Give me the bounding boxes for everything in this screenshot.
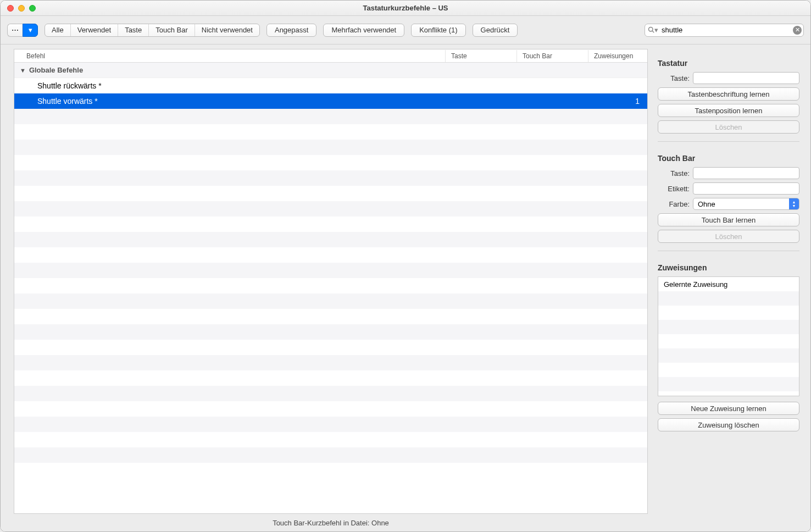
learn-touchbar-button[interactable]: Touch Bar lernen [658, 213, 799, 226]
table-row-empty [14, 217, 647, 232]
table-row-empty [14, 232, 647, 247]
table-row-empty [14, 263, 647, 278]
assignments-list[interactable]: Gelernte Zuweisung [658, 276, 799, 396]
touchbar-farbe-label: Farbe: [658, 200, 690, 208]
overflow-menu-button[interactable]: ⋯ [7, 24, 23, 37]
table-row-empty [14, 386, 647, 401]
table-row-empty [14, 124, 647, 140]
table-row-empty [14, 247, 647, 263]
zoom-window-button[interactable] [29, 5, 36, 12]
dropdown-button[interactable]: ▾ [23, 24, 38, 37]
disclosure-triangle-icon: ▼ [20, 67, 26, 74]
seg-taste[interactable]: Taste [118, 24, 149, 36]
window-title: Tastaturkurzbefehle – US [1, 4, 810, 12]
section-assignments-title: Zuweisungen [658, 263, 799, 272]
close-window-button[interactable] [7, 5, 14, 12]
table-row-empty [14, 417, 647, 432]
filter-segmented: Alle Verwendet Taste Touch Bar Nicht ver… [45, 24, 260, 37]
minimize-window-button[interactable] [18, 5, 25, 12]
assignment-item-empty [658, 306, 799, 320]
table-row-empty [14, 355, 647, 370]
command-table: Befehl Taste Touch Bar Zuweisungen ▼ Glo… [14, 49, 648, 514]
seg-alle[interactable]: Alle [45, 24, 71, 36]
seg-verwendet[interactable]: Verwendet [71, 24, 118, 36]
table-header: Befehl Taste Touch Bar Zuweisungen [14, 49, 647, 63]
keyboard-delete-button: Löschen [658, 120, 799, 134]
search-field-wrap: ▾ ✕ [645, 24, 804, 37]
search-icon: ▾ [648, 26, 658, 34]
svg-line-1 [652, 31, 654, 32]
th-zuweisungen[interactable]: Zuweisungen [588, 50, 647, 62]
filter-mehrfach-button[interactable]: Mehrfach verwendet [323, 24, 404, 37]
cell-befehl: Shuttle rückwärts * [14, 81, 445, 90]
assignment-item[interactable]: Gelernte Zuweisung [658, 277, 799, 291]
svg-point-0 [649, 27, 653, 32]
seg-touchbar[interactable]: Touch Bar [149, 24, 195, 36]
window: Tastaturkurzbefehle – US ⋯ ▾ Alle Verwen… [0, 0, 811, 532]
chevron-down-icon: ▾ [29, 26, 32, 34]
table-row-empty [14, 278, 647, 293]
side-panel: Tastatur Taste: Tastenbeschriftung lerne… [648, 45, 810, 531]
ellipsis-icon: ⋯ [12, 26, 19, 34]
table-row-empty [14, 109, 647, 124]
table-row-empty [14, 370, 647, 386]
th-taste[interactable]: Taste [445, 50, 516, 62]
cell-zuweisungen: 1 [588, 97, 647, 106]
table-row-empty [14, 309, 647, 324]
group-label: Globale Befehle [29, 66, 83, 74]
table-row-empty [14, 401, 647, 417]
seg-nicht-verwendet[interactable]: Nicht verwendet [195, 24, 259, 36]
touchbar-etikett-input[interactable] [693, 182, 799, 195]
assignment-item-empty [658, 377, 799, 391]
new-assignment-button[interactable]: Neue Zuweisung lernen [658, 402, 799, 415]
filter-konflikte-button[interactable]: Konflikte (1) [411, 24, 465, 37]
table-row-empty [14, 186, 647, 201]
table-row-empty [14, 340, 647, 355]
titlebar: Tastaturkurzbefehle – US [1, 1, 810, 16]
table-row-empty [14, 324, 647, 340]
table-row-empty [14, 170, 647, 186]
assignment-item-empty [658, 348, 799, 363]
table-row-empty [14, 201, 647, 217]
filter-gedrueckt-button[interactable]: Gedrückt [473, 24, 518, 37]
cell-befehl: Shuttle vorwärts * [14, 97, 445, 106]
learn-key-label-button[interactable]: Tastenbeschriftung lernen [658, 87, 799, 101]
th-befehl[interactable]: Befehl [14, 50, 445, 62]
th-touchbar[interactable]: Touch Bar [516, 50, 588, 62]
filter-angepasst-button[interactable]: Angepasst [266, 24, 316, 37]
touchbar-delete-button: Löschen [658, 230, 799, 243]
table-body: ▼ Globale Befehle Shuttle rückwärts *Shu… [14, 63, 647, 513]
assignment-item-empty [658, 320, 799, 334]
toolbar: ⋯ ▾ Alle Verwendet Taste Touch Bar Nicht… [1, 16, 810, 45]
table-row-empty [14, 432, 647, 447]
group-row[interactable]: ▼ Globale Befehle [14, 63, 647, 78]
learn-key-position-button[interactable]: Tastenposition lernen [658, 104, 799, 117]
touchbar-taste-input[interactable] [693, 167, 799, 179]
section-keyboard-title: Tastatur [658, 59, 799, 68]
touchbar-farbe-select[interactable]: Ohne [693, 198, 799, 210]
divider [658, 141, 799, 142]
delete-assignment-button[interactable]: Zuweisung löschen [658, 418, 799, 431]
keyboard-taste-input[interactable] [693, 72, 799, 84]
table-row-empty [14, 293, 647, 309]
touchbar-taste-label: Taste: [658, 169, 690, 178]
main-pane: Befehl Taste Touch Bar Zuweisungen ▼ Glo… [1, 45, 648, 531]
table-row-empty [14, 447, 647, 463]
keyboard-taste-label: Taste: [658, 74, 690, 82]
traffic-lights [1, 5, 36, 12]
status-bar: Touch Bar-Kurzbefehl in Datei: Ohne [14, 514, 648, 531]
assignment-item-empty [658, 291, 799, 306]
table-row-empty [14, 140, 647, 155]
assignment-item-empty [658, 363, 799, 377]
table-row[interactable]: Shuttle vorwärts *1 [14, 93, 647, 109]
search-input[interactable] [645, 24, 804, 37]
close-icon: ✕ [795, 27, 800, 33]
table-row[interactable]: Shuttle rückwärts * [14, 78, 647, 93]
content: Befehl Taste Touch Bar Zuweisungen ▼ Glo… [1, 45, 810, 531]
view-switch-group: ⋯ ▾ [7, 24, 38, 37]
divider [658, 251, 799, 251]
clear-search-button[interactable]: ✕ [793, 26, 802, 35]
table-row-empty [14, 155, 647, 170]
section-touchbar-title: Touch Bar [658, 154, 799, 163]
assignment-item-empty [658, 334, 799, 348]
